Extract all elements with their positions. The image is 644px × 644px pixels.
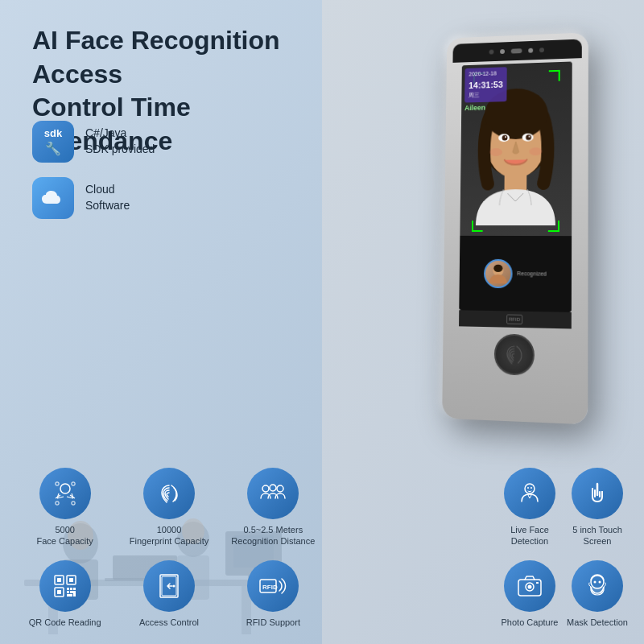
feature-distance: 0.5~2.5 MetersRecognition Distance: [225, 468, 322, 547]
photo-label: Photo Capture: [502, 617, 559, 628]
cloud-section: Cloud Software: [32, 177, 130, 219]
sensor-2: [500, 49, 505, 54]
distance-label: 0.5~2.5 MetersRecognition Distance: [231, 524, 315, 547]
feature-live-face: Live Face Detection: [499, 468, 560, 547]
svg-point-55: [527, 487, 529, 489]
feature-photo: Photo Capture: [499, 560, 560, 628]
screen-name: Aileen: [464, 104, 485, 112]
cloud-text: Cloud Software: [85, 182, 130, 213]
corner-br: [548, 221, 559, 232]
device-outer: 2020-12-18 14:31:53 周三 Aileen Rec: [442, 32, 588, 424]
face-capacity-label: 5000Face Capacity: [37, 524, 93, 547]
svg-rect-16: [72, 482, 75, 485]
sdk-line2: SDK provided: [85, 142, 155, 155]
rfid-label: RFID Support: [246, 617, 300, 628]
svg-point-14: [60, 484, 70, 493]
sensor-4: [539, 47, 544, 52]
svg-rect-27: [57, 590, 61, 594]
sdk-line1: C#/Java: [85, 126, 126, 139]
device-screen: 2020-12-18 14:31:53 周三 Aileen Rec: [459, 61, 572, 312]
sdk-section: sdk 🔧 C#/Java SDK provided: [32, 121, 155, 163]
feature-touch-screen: 5 inch Touch Screen: [567, 468, 628, 547]
features-grid-right: Live Face Detection 5 inch Touch Screen: [499, 468, 628, 628]
touch-screen-icon: [572, 468, 623, 519]
fingerprint-label: 10000Fingerprint Capacity: [130, 524, 208, 547]
features-grid-left: 5000Face Capacity 10000Fingerprint Capac…: [16, 468, 322, 628]
screen-info-bar: 2020-12-18 14:31:53 周三: [464, 67, 507, 102]
cloud-line2: Software: [85, 199, 130, 212]
sdk-badge: sdk 🔧: [32, 121, 74, 163]
distance-icon: [247, 468, 299, 519]
device-fingerprint-reader: [494, 333, 535, 375]
live-face-icon: [504, 468, 555, 519]
rfid-indicator: RFID: [506, 314, 522, 324]
feature-access: Access Control: [120, 560, 217, 628]
device: 2020-12-18 14:31:53 周三 Aileen Rec: [443, 32, 604, 467]
sdk-label: sdk: [44, 127, 62, 139]
feature-fingerprint: 10000Fingerprint Capacity: [120, 468, 217, 547]
svg-point-19: [262, 485, 269, 492]
corner-bl: [472, 221, 483, 232]
mask-icon: [572, 560, 623, 612]
feature-mask: Mask Detection: [567, 560, 628, 628]
svg-rect-15: [56, 482, 59, 485]
cloud-line1: Cloud: [85, 183, 115, 196]
live-face-label: Live Face Detection: [499, 524, 560, 547]
corner-tr: [549, 70, 560, 81]
svg-rect-25: [69, 578, 73, 582]
svg-point-20: [270, 485, 276, 491]
qr-label: QR Code Reading: [29, 617, 101, 628]
svg-rect-33: [67, 594, 72, 597]
svg-rect-34: [73, 592, 76, 597]
svg-rect-17: [56, 502, 59, 505]
access-label: Access Control: [139, 617, 199, 628]
sensor-3: [528, 48, 533, 53]
cloud-icon: [41, 189, 65, 207]
screen-time: 14:31:53: [469, 78, 503, 92]
device-rfid-strip: RFID: [459, 310, 572, 328]
access-icon: [143, 560, 195, 612]
svg-text:RFID: RFID: [262, 584, 278, 591]
sdk-text: C#/Java SDK provided: [85, 126, 155, 157]
feature-qr: QR Code Reading: [16, 560, 114, 628]
qr-icon: [39, 560, 91, 612]
svg-rect-29: [70, 588, 72, 590]
svg-point-56: [530, 487, 532, 489]
rfid-feature-icon: RFID: [247, 560, 299, 612]
face-capacity-icon: [39, 468, 91, 519]
svg-rect-28: [67, 588, 69, 590]
touch-screen-label: 5 inch Touch Screen: [567, 524, 628, 547]
screen-avatar: [483, 258, 512, 287]
feature-face-capacity: 5000Face Capacity: [16, 468, 114, 547]
svg-rect-30: [73, 588, 76, 590]
svg-rect-31: [67, 591, 69, 593]
svg-point-59: [528, 584, 532, 588]
svg-rect-18: [72, 502, 75, 505]
feature-rfid: RFID RFID Support: [225, 560, 322, 628]
screen-day: 周三: [469, 91, 503, 100]
svg-point-61: [591, 576, 604, 588]
screen-status: Recognized: [517, 270, 547, 276]
svg-point-62: [594, 580, 597, 583]
svg-point-63: [599, 580, 601, 583]
sensor-1: [489, 50, 494, 55]
title-line1: AI Face Recognition Access: [32, 26, 280, 89]
screen-bottom: Recognized: [459, 236, 572, 312]
svg-point-37: [172, 584, 175, 587]
cloud-badge: [32, 177, 74, 219]
sdk-icon: 🔧: [45, 141, 61, 156]
screen-face-area: 2020-12-18 14:31:53 周三 Aileen: [460, 61, 572, 236]
svg-point-21: [277, 485, 283, 492]
photo-icon: [504, 560, 555, 612]
mask-label: Mask Detection: [567, 617, 628, 628]
fingerprint-icon: [143, 468, 195, 519]
device-sensors: [452, 39, 581, 62]
sensor-camera: [511, 48, 522, 53]
svg-rect-23: [57, 578, 61, 582]
svg-rect-60: [536, 582, 539, 584]
